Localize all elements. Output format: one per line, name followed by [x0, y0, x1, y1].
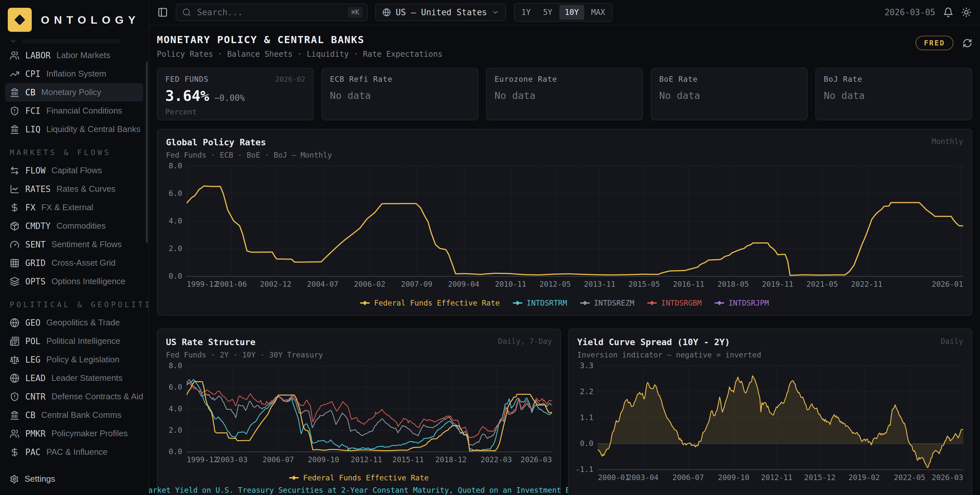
sidebar-item-label: Options Intelligence [51, 276, 126, 286]
sidebar-item-code: LEAD [25, 374, 46, 383]
range-switcher: 1Y5Y10YMAX [514, 3, 613, 22]
x-tick-label: 2018-12 [435, 455, 467, 464]
sidebar-item-cpi[interactable]: CPIInflation System [5, 65, 143, 83]
current-date: 2026-03-05 [885, 8, 935, 17]
x-tick-label: 2019-02 [848, 473, 880, 482]
sidebar-item-fci[interactable]: FCIFinancial Conditions [5, 102, 143, 120]
stat-cards-row: FED FUNDS2026-023.64%−0.00%PercentECB Re… [157, 68, 972, 120]
sidebar-item-clipped[interactable] [5, 35, 143, 46]
stat-card-eurozone-rate: Eurozone RateNo data [486, 68, 643, 120]
y-tick-label: 6.0 [169, 383, 182, 391]
y-tick-label: 0.0 [580, 439, 593, 448]
theme-toggle-sun-icon[interactable] [961, 7, 972, 18]
chart-legend: Federal Funds Effective RateMarket Yield… [166, 474, 552, 495]
sidebar-item-settings[interactable]: Settings [0, 470, 148, 488]
range-button-5y[interactable]: 5Y [538, 5, 558, 20]
sidebar-item-rates[interactable]: RATESRates & Curves [5, 180, 143, 198]
x-tick-label: 2002-12 [260, 280, 291, 288]
sidebar-item-label: Policymaker Profiles [51, 428, 128, 439]
landmark-icon [10, 88, 19, 97]
sidebar-item-label: Defense Contracts & Aid [51, 391, 143, 402]
shield-alert-icon [10, 106, 19, 116]
x-tick-label: 2018-05 [718, 280, 749, 288]
sidebar-item-code: FLOW [25, 166, 46, 176]
x-tick-label: 2015-11 [393, 455, 424, 464]
sidebar-item-pol[interactable]: POLPolitical Intelligence [5, 332, 143, 350]
layers-icon [10, 277, 19, 286]
dollar-sign-icon [10, 203, 19, 212]
topbar: ⌘K US — United States 1Y5Y10YMAX 2026-03… [149, 0, 980, 25]
sidebar-item-labor[interactable]: LABORLabor Markets [5, 46, 143, 65]
y-tick-label: 2.0 [169, 426, 182, 434]
sidebar-item-cb[interactable]: CBCentral Bank Comms [5, 406, 143, 424]
sidebar-item-cmdty[interactable]: CMDTYCommodities [5, 217, 143, 235]
sidebar-item-opts[interactable]: OPTSOptions Intelligence [5, 272, 143, 291]
refresh-icon[interactable] [963, 38, 972, 48]
sidebar-item-code: RATES [25, 184, 51, 194]
legend-marker-icon [580, 302, 590, 303]
sidebar-item-pmkr[interactable]: PMKRPolicymaker Profiles [5, 424, 143, 443]
sidebar-item-pac[interactable]: PACPAC & Influence [5, 443, 143, 461]
stat-card-fed-funds: FED FUNDS2026-023.64%−0.00%Percent [157, 68, 314, 120]
sidebar-item-sent[interactable]: SENTSentiment & Flows [5, 235, 143, 254]
sidebar-item-cntr[interactable]: CNTRDefense Contracts & Aid [5, 387, 143, 406]
range-button-1y[interactable]: 1Y [516, 5, 536, 20]
sidebar-item-geo[interactable]: GEOGeopolitics & Trade [5, 313, 143, 332]
range-button-10y[interactable]: 10Y [559, 5, 584, 20]
legend-item[interactable]: INTDSRJPM [714, 299, 769, 307]
x-tick-label: 2012-11 [351, 455, 382, 464]
sidebar-item-fx[interactable]: FXFX & External [5, 198, 143, 217]
sidebar-item-leg[interactable]: LEGPolicy & Legislation [5, 350, 143, 369]
chart-subtitle: Fed Funds · ECB · BoE · BoJ — Monthly [166, 151, 332, 159]
y-tick-label: 8.0 [169, 161, 182, 170]
bell-icon[interactable] [943, 7, 953, 18]
sidebar-item-label: Rates & Curves [56, 184, 115, 194]
search-box[interactable]: ⌘K [176, 3, 368, 21]
sidebar-item-label: Liquidity & Central Banks [46, 124, 140, 134]
y-axis: 3.32.21.10.0-1.1 [577, 366, 598, 469]
x-tick-label: 2006-07 [673, 473, 704, 482]
sidebar-item-label: Policy & Legislation [46, 354, 119, 365]
chart-plot [598, 366, 963, 469]
sidebar-item-code: LEG [25, 355, 40, 365]
sidebar-item-grid[interactable]: GRIDCross-Asset Grid [5, 254, 143, 272]
legend-item[interactable]: Federal Funds Effective Rate [360, 299, 500, 307]
legend-label: Federal Funds Effective Rate [374, 299, 500, 307]
search-input[interactable] [196, 7, 342, 18]
range-button-max[interactable]: MAX [585, 5, 611, 20]
sidebar-item-flow[interactable]: FLOWCapital Flows [5, 161, 143, 180]
sidebar-item-cb[interactable]: CBMonetary Policy [5, 83, 143, 102]
sidebar-item-label: Commodities [56, 221, 106, 231]
legend-item[interactable]: INTDSRGBM [647, 299, 702, 307]
landmark-icon [10, 410, 19, 420]
diamond-icon [14, 14, 25, 25]
x-tick-label: 2016-11 [673, 280, 705, 288]
sidebar-item-label: FX & External [41, 203, 93, 212]
y-axis: 8.06.04.02.00.0 [166, 366, 187, 452]
x-tick-label: 2022-05 [894, 473, 925, 482]
sidebar-item-code: GRID [25, 258, 46, 268]
x-tick-label: 2012-11 [761, 473, 792, 482]
stat-change: −0.00% [214, 93, 245, 103]
sidebar-toggle-button[interactable] [158, 7, 168, 18]
region-select[interactable]: US — United States [375, 3, 506, 21]
chart-subtitle: Fed Funds · 2Y · 10Y · 30Y Treasury [166, 351, 323, 359]
legend-item[interactable]: INTDSRTRM [513, 299, 567, 307]
grid-icon [10, 258, 19, 268]
legend-item[interactable]: Federal Funds Effective Rate [289, 474, 429, 482]
legend-label: Market Yield on U.S. Treasury Securities… [149, 486, 588, 494]
sidebar: ONTOLOGY LABORLabor MarketsCPIInflation … [0, 0, 149, 495]
x-tick-label: 2006-07 [262, 455, 294, 464]
newspaper-icon [10, 336, 19, 346]
x-tick-label: 2004-07 [307, 280, 338, 288]
sidebar-item-label: Financial Conditions [46, 106, 122, 116]
sidebar-item-code: CPI [25, 69, 40, 79]
y-tick-label: 2.0 [169, 244, 182, 253]
sidebar-item-liq[interactable]: LIQLiquidity & Central Banks [5, 120, 143, 139]
stat-no-data: No data [824, 90, 964, 101]
chart-frequency-badge: Daily [941, 337, 963, 345]
sidebar-item-lead[interactable]: LEADLeader Statements [5, 369, 143, 387]
legend-item[interactable]: INTDSREZM [580, 299, 635, 307]
legend-item[interactable]: Market Yield on U.S. Treasury Securities… [149, 486, 588, 494]
sidebar-scrollbar[interactable] [146, 62, 148, 243]
